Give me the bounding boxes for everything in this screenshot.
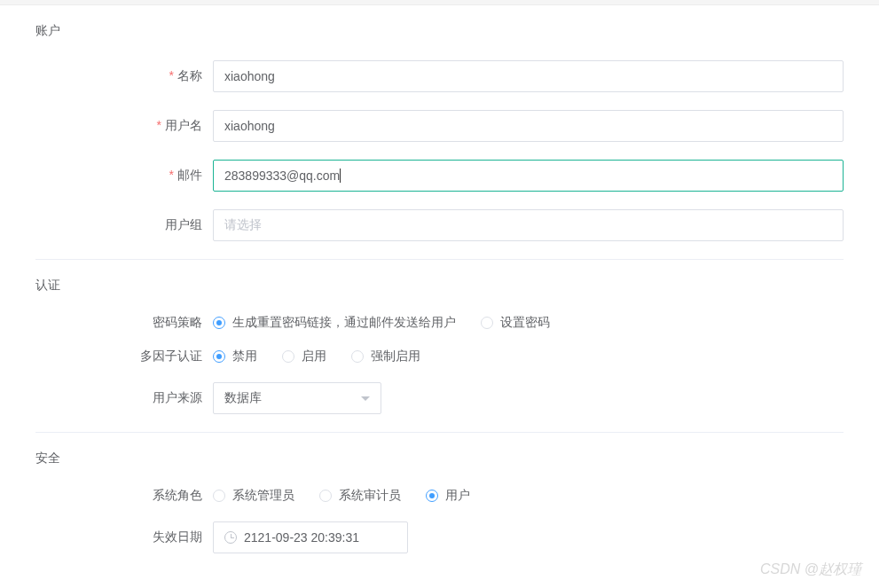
radio-group-mfa: 禁用 启用 强制启用 bbox=[213, 349, 420, 365]
radio-label-role-user: 用户 bbox=[445, 488, 470, 504]
input-email[interactable]: 283899333@qq.com bbox=[213, 160, 844, 192]
row-mfa: 多因子认证 禁用 启用 强制启用 bbox=[35, 349, 844, 365]
radio-password-reset-link[interactable]: 生成重置密码链接，通过邮件发送给用户 bbox=[213, 315, 456, 331]
radio-icon bbox=[426, 490, 438, 502]
form-container: 账户 名称 用户名 邮件 283899333@qq.com 用户组 bbox=[0, 5, 879, 588]
radio-mfa-disable[interactable]: 禁用 bbox=[213, 349, 257, 365]
radio-role-user[interactable]: 用户 bbox=[426, 488, 470, 504]
expiry-value-text: 2121-09-23 20:39:31 bbox=[244, 530, 359, 545]
radio-group-password-policy: 生成重置密码链接，通过邮件发送给用户 设置密码 bbox=[213, 315, 550, 331]
label-password-policy: 密码策略 bbox=[35, 315, 213, 331]
radio-role-admin[interactable]: 系统管理员 bbox=[213, 488, 294, 504]
label-username: 用户名 bbox=[35, 118, 213, 134]
row-role: 系统角色 系统管理员 系统审计员 用户 bbox=[35, 488, 844, 504]
radio-icon bbox=[213, 490, 225, 502]
section-auth: 认证 密码策略 生成重置密码链接，通过邮件发送给用户 设置密码 多因子认证 bbox=[35, 278, 844, 433]
label-source: 用户来源 bbox=[35, 390, 213, 406]
radio-group-role: 系统管理员 系统审计员 用户 bbox=[213, 488, 470, 504]
radio-role-auditor[interactable]: 系统审计员 bbox=[319, 488, 401, 504]
radio-icon bbox=[282, 350, 294, 363]
text-caret bbox=[340, 169, 341, 183]
row-source: 用户来源 数据库 bbox=[35, 382, 844, 414]
label-expiry: 失效日期 bbox=[35, 529, 213, 545]
radio-label-role-admin: 系统管理员 bbox=[232, 488, 294, 504]
section-title-auth: 认证 bbox=[35, 278, 844, 294]
radio-label-set-password: 设置密码 bbox=[500, 315, 550, 331]
label-name: 名称 bbox=[35, 68, 213, 84]
select-group[interactable]: 请选择 bbox=[213, 209, 844, 241]
section-title-account: 账户 bbox=[35, 23, 844, 39]
radio-label-role-auditor: 系统审计员 bbox=[339, 488, 401, 504]
radio-label-mfa-disable: 禁用 bbox=[232, 349, 257, 365]
input-username[interactable] bbox=[213, 110, 844, 142]
radio-mfa-enable[interactable]: 启用 bbox=[282, 349, 326, 365]
section-security: 安全 系统角色 系统管理员 系统审计员 用户 bbox=[35, 451, 844, 571]
row-name: 名称 bbox=[35, 60, 844, 92]
input-expiry-date[interactable]: 2121-09-23 20:39:31 bbox=[213, 521, 408, 553]
section-account: 账户 名称 用户名 邮件 283899333@qq.com 用户组 bbox=[35, 23, 844, 260]
chevron-down-icon bbox=[361, 396, 370, 401]
row-username: 用户名 bbox=[35, 110, 844, 142]
radio-label-mfa-force: 强制启用 bbox=[371, 349, 420, 365]
radio-icon bbox=[213, 317, 225, 329]
row-email: 邮件 283899333@qq.com bbox=[35, 160, 844, 192]
radio-label-mfa-enable: 启用 bbox=[302, 349, 326, 365]
input-name[interactable] bbox=[213, 60, 844, 92]
row-group: 用户组 请选择 bbox=[35, 209, 844, 241]
clock-icon bbox=[224, 531, 237, 544]
radio-label-reset-link: 生成重置密码链接，通过邮件发送给用户 bbox=[232, 315, 456, 331]
radio-mfa-force[interactable]: 强制启用 bbox=[351, 349, 420, 365]
label-role: 系统角色 bbox=[35, 488, 213, 504]
label-mfa: 多因子认证 bbox=[35, 349, 213, 365]
email-value-text: 283899333@qq.com bbox=[224, 169, 340, 183]
section-title-security: 安全 bbox=[35, 451, 844, 466]
radio-icon bbox=[213, 350, 225, 363]
radio-icon bbox=[481, 317, 493, 329]
radio-icon bbox=[351, 350, 364, 363]
select-source-value: 数据库 bbox=[224, 390, 262, 406]
select-group-placeholder: 请选择 bbox=[224, 217, 262, 233]
label-email: 邮件 bbox=[35, 168, 213, 184]
select-source[interactable]: 数据库 bbox=[213, 382, 381, 414]
row-password-policy: 密码策略 生成重置密码链接，通过邮件发送给用户 设置密码 bbox=[35, 315, 844, 331]
radio-icon bbox=[319, 490, 332, 502]
radio-set-password[interactable]: 设置密码 bbox=[481, 315, 550, 331]
label-group: 用户组 bbox=[35, 217, 213, 233]
row-expiry: 失效日期 2121-09-23 20:39:31 bbox=[35, 521, 844, 553]
